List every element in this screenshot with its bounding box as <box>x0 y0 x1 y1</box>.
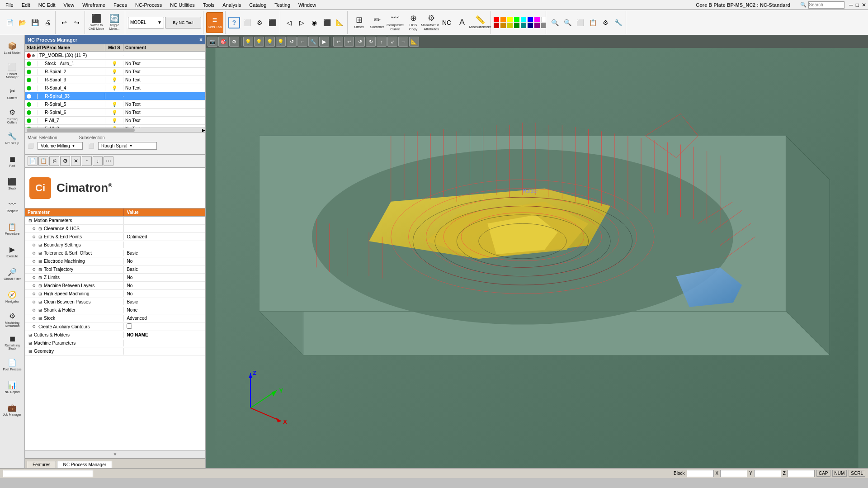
param-row-tool-traj[interactable]: ⚙ ⊞ Tool Trajectory Basic <box>25 265 205 274</box>
sidebar-job-manager[interactable]: 💼 Job Manager <box>1 399 23 421</box>
pt-btn-6[interactable]: ↑ <box>82 156 92 166</box>
color-yellow[interactable] <box>507 17 513 22</box>
sidebar-pocket-manager[interactable]: ⬜ Pocket Manager <box>1 60 23 81</box>
color-green[interactable] <box>514 17 519 22</box>
ucs-copy-button[interactable]: ⊕ UCS Copy <box>405 12 422 33</box>
table-row[interactable]: F-All_8 💡 No Text <box>25 125 205 128</box>
vt-btn-tool[interactable]: 🔧 <box>308 37 318 47</box>
vt-btn-down[interactable]: ↙ <box>387 37 397 47</box>
aux-contours-checkbox[interactable] <box>127 323 132 329</box>
nav-btn-2[interactable]: ▷ <box>296 17 307 28</box>
color-darkorange[interactable] <box>500 23 506 28</box>
model-dropdown[interactable]: MODEL▼ <box>128 17 164 28</box>
table-row[interactable]: ⊕ TP_MODEL (3X) (11 P) <box>25 52 205 60</box>
settings-button[interactable]: ⚙ <box>254 17 265 28</box>
sidebar-post-process[interactable]: 📄 Post Process <box>1 354 23 375</box>
measurement-button[interactable]: 📏 Measurement <box>472 12 489 33</box>
table-row[interactable]: R-Spiral_4 💡 No Text <box>25 84 205 92</box>
menu-testing[interactable]: Testing <box>271 1 294 9</box>
param-row-zlimits[interactable]: ⚙ ⊞ Z Limits No <box>25 274 205 282</box>
vt-btn-ccw[interactable]: ↺ <box>355 37 365 47</box>
minimize-button[interactable]: ─ <box>849 2 853 8</box>
vt-btn-light1[interactable]: 💡 <box>243 37 253 47</box>
table-row-selected[interactable]: R-Spiral_33 <box>25 92 205 100</box>
sets-tab-button[interactable]: ≡ Sets Tab <box>206 12 223 33</box>
close-button[interactable]: ✕ <box>862 2 866 8</box>
vt-btn-light2[interactable]: 💡 <box>254 37 264 47</box>
param-row-shank[interactable]: ⚙ ⊞ Shank & Holder None <box>25 306 205 314</box>
expand-icon[interactable]: ⊞ <box>38 243 42 247</box>
color-white[interactable] <box>541 17 546 22</box>
help-button[interactable]: ? <box>228 17 240 28</box>
expand-icon[interactable]: ⊞ <box>38 267 42 272</box>
expand-icon[interactable]: ⊞ <box>38 275 42 280</box>
expand-icon[interactable]: ⊞ <box>38 259 42 264</box>
scroll-right-arrow[interactable]: ▶ <box>202 128 205 133</box>
vt-btn-undo[interactable]: ↩ <box>333 37 343 47</box>
x-input[interactable] <box>720 470 747 477</box>
open-button[interactable]: 📂 <box>16 17 28 28</box>
display-btn-4[interactable]: 📋 <box>587 17 599 28</box>
sidebar-load-model[interactable]: 📦 Load Model <box>1 37 23 59</box>
nav-btn-1[interactable]: ◁ <box>283 17 295 28</box>
vt-btn-camera[interactable]: 📷 <box>208 37 217 47</box>
layout-button[interactable]: ⬛ <box>266 17 278 28</box>
table-row[interactable]: R-Spiral_6 💡 No Text <box>25 109 205 117</box>
vt-btn-settings[interactable]: ⚙ <box>229 37 239 47</box>
color-red[interactable] <box>494 17 499 22</box>
color-darkcyan[interactable] <box>521 23 526 28</box>
sidebar-remaining-stock[interactable]: ◼ Remaining Stock <box>1 331 23 353</box>
pt-btn-7[interactable]: ↓ <box>93 156 103 166</box>
sidebar-nc-setup[interactable]: 🔧 NC Setup <box>1 128 23 149</box>
nc-attr-button[interactable]: NC <box>441 17 453 28</box>
vt-btn-angle[interactable]: 📐 <box>409 37 419 47</box>
param-row-aux-contours[interactable]: ⚙ Create Auxiliary Contours <box>25 322 205 331</box>
param-row-geometry[interactable]: ⊞ Geometry <box>25 347 205 355</box>
vt-btn-right-arr[interactable]: → <box>398 37 408 47</box>
menu-ncutilities[interactable]: NC Utilities <box>166 1 198 9</box>
table-row[interactable]: R-Spiral_2 💡 No Text <box>25 68 205 76</box>
param-row-electrode[interactable]: ⚙ ⊞ Electrode Machining No <box>25 257 205 265</box>
vt-btn-target[interactable]: 🎯 <box>218 37 228 47</box>
search-input[interactable] <box>808 1 844 9</box>
param-row-machine-between[interactable]: ⚙ ⊞ Machine Between Layers No <box>25 282 205 290</box>
color-darkred[interactable] <box>494 23 499 28</box>
sidebar-global-filter[interactable]: 🔎 Global Filter <box>1 263 23 285</box>
nav-btn-3[interactable]: ◉ <box>308 17 320 28</box>
toggle-motion-button[interactable]: 🔄 Toggle Motio... <box>106 12 123 33</box>
param-row-clearance[interactable]: ⚙ ⊞ Clearance & UCS <box>25 225 205 233</box>
sketcher-button[interactable]: ✏ Sketcher <box>368 12 386 33</box>
expand-icon[interactable]: ⊞ <box>38 308 42 313</box>
color-cyan[interactable] <box>521 17 526 22</box>
display-btn-3[interactable]: ⬜ <box>574 17 586 28</box>
pt-btn-1[interactable]: 📄 <box>28 156 38 166</box>
display-btn-2[interactable]: 🔍 <box>561 17 573 28</box>
menu-edit[interactable]: Edit <box>18 1 34 9</box>
redo-button[interactable]: ↪ <box>71 17 83 28</box>
table-row[interactable]: R-Spiral_5 💡 No Text <box>25 100 205 109</box>
menu-tools[interactable]: Tools <box>199 1 218 9</box>
expand-icon[interactable]: ⊞ <box>28 333 32 337</box>
menu-catalog[interactable]: Catalog <box>245 1 270 9</box>
color-darkyellow[interactable] <box>507 23 513 28</box>
command-input[interactable] <box>3 470 93 477</box>
nav-btn-5[interactable]: 📐 <box>334 17 345 28</box>
menu-file[interactable]: File <box>2 1 17 9</box>
vt-btn-light4[interactable]: 💡 <box>276 37 286 47</box>
vt-btn-back[interactable]: ← <box>297 37 307 47</box>
y-input[interactable] <box>754 470 781 477</box>
expand-icon[interactable]: ⊕ <box>32 53 35 58</box>
table-row[interactable]: R-Spiral_3 💡 No Text <box>25 76 205 84</box>
color-gray[interactable] <box>541 23 546 28</box>
print-button[interactable]: 🖨 <box>42 17 53 28</box>
expand-icon[interactable]: ⊞ <box>28 341 32 346</box>
nav-btn-4[interactable]: ⬛ <box>321 17 333 28</box>
sidebar-nc-report[interactable]: 📊 NC Report <box>1 376 23 398</box>
expand-icon[interactable]: ⊞ <box>38 316 42 321</box>
sidebar-turning-cutters[interactable]: ⚙ Turning Cutters <box>1 105 23 127</box>
options-button[interactable]: ⬜ <box>241 17 253 28</box>
manufact-attribs-button[interactable]: ⚙ Manufactur... Attributes <box>423 12 440 33</box>
expand-icon[interactable]: ⊞ <box>38 300 42 304</box>
sidebar-machining-simulation[interactable]: ⚙ Machining Simulation <box>1 308 23 330</box>
table-row[interactable]: F-All_7 💡 No Text <box>25 117 205 125</box>
